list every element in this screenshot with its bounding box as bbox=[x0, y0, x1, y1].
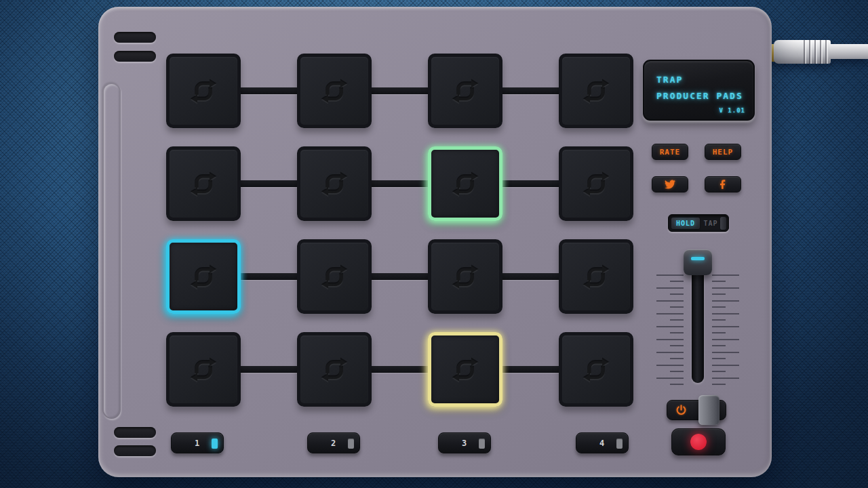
device-body: TRAP PRODUCER PADS V 1.01 RATE HELP HOLD… bbox=[98, 7, 772, 477]
cable-plug-body bbox=[774, 40, 831, 64]
fader-knob[interactable] bbox=[684, 249, 712, 275]
fader-ticks-left-long bbox=[656, 263, 684, 388]
lcd-title-line1: TRAP bbox=[656, 75, 683, 85]
bank-label: 4 bbox=[599, 439, 605, 448]
pad-connector bbox=[239, 273, 298, 280]
pad-connector bbox=[239, 87, 298, 94]
hold-tap-toggle[interactable]: HOLD TAP bbox=[668, 214, 729, 232]
pad-r1-c3[interactable] bbox=[428, 54, 502, 128]
pad-r3-c2[interactable] bbox=[297, 239, 372, 314]
bank-button-4[interactable]: 4 bbox=[576, 432, 629, 453]
pad-connector bbox=[239, 180, 298, 187]
pad-r1-c1[interactable] bbox=[166, 54, 241, 128]
power-switch bbox=[667, 391, 734, 428]
rate-button[interactable]: RATE bbox=[652, 144, 688, 160]
vent-bar bbox=[114, 427, 156, 438]
fader-track[interactable] bbox=[692, 259, 704, 383]
left-groove bbox=[102, 83, 121, 419]
lcd-title-line2: PRODUCER PADS bbox=[656, 91, 743, 101]
power-switch-knob[interactable] bbox=[698, 395, 719, 425]
pad-r1-c2[interactable] bbox=[297, 54, 372, 128]
pad-connector bbox=[370, 366, 429, 373]
pad-connector bbox=[500, 180, 560, 187]
pad-connector bbox=[500, 87, 560, 94]
pad-connector bbox=[370, 180, 429, 187]
loop-logo-icon bbox=[316, 165, 353, 202]
cable-plug-ridges bbox=[804, 40, 829, 64]
pad-r1-c4[interactable] bbox=[559, 54, 633, 128]
volume-fader bbox=[656, 248, 739, 393]
power-icon bbox=[675, 404, 688, 417]
tap-segment[interactable]: TAP bbox=[701, 218, 720, 229]
pad-r2-c2[interactable] bbox=[297, 146, 372, 221]
vent-bar bbox=[114, 51, 156, 62]
facebook-button[interactable] bbox=[705, 176, 741, 192]
bank-led bbox=[212, 439, 218, 449]
bank-led bbox=[348, 439, 354, 449]
pad-connector bbox=[500, 366, 560, 373]
record-dot-icon bbox=[690, 434, 707, 450]
loop-logo-icon bbox=[185, 73, 222, 109]
loop-logo-icon bbox=[578, 165, 614, 202]
pad-r3-c1[interactable] bbox=[166, 239, 241, 314]
twitter-icon bbox=[665, 179, 675, 190]
pad-connector bbox=[370, 87, 429, 94]
loop-logo-icon bbox=[185, 165, 222, 202]
fader-ticks-right-short bbox=[712, 269, 726, 388]
help-button[interactable]: HELP bbox=[705, 144, 741, 160]
twitter-button[interactable] bbox=[652, 176, 688, 192]
loop-logo-icon bbox=[185, 351, 222, 388]
loop-logo-icon bbox=[447, 165, 484, 202]
loop-logo-icon bbox=[185, 258, 222, 295]
pad-r4-c3[interactable] bbox=[428, 332, 502, 407]
hold-segment[interactable]: HOLD bbox=[671, 218, 700, 229]
fader-ticks-left-short bbox=[670, 269, 684, 388]
loop-logo-icon bbox=[578, 351, 614, 388]
loop-logo-icon bbox=[447, 351, 484, 388]
pad-grid bbox=[166, 54, 634, 407]
loop-logo-icon bbox=[578, 258, 614, 295]
loop-logo-icon bbox=[316, 258, 353, 295]
pad-r3-c4[interactable] bbox=[559, 239, 633, 314]
bank-label: 2 bbox=[331, 439, 336, 448]
pad-r4-c4[interactable] bbox=[559, 332, 633, 407]
record-button[interactable] bbox=[671, 428, 726, 455]
app-stage: TRAP PRODUCER PADS V 1.01 RATE HELP HOLD… bbox=[0, 0, 868, 488]
bank-label: 1 bbox=[195, 439, 200, 448]
bank-button-3[interactable]: 3 bbox=[438, 432, 491, 453]
bank-button-2[interactable]: 2 bbox=[307, 432, 360, 453]
pad-r2-c3[interactable] bbox=[428, 146, 502, 221]
pad-r4-c2[interactable] bbox=[297, 332, 372, 407]
loop-logo-icon bbox=[578, 73, 614, 109]
pad-connector bbox=[500, 273, 560, 280]
lcd-display: TRAP PRODUCER PADS V 1.01 bbox=[643, 60, 755, 121]
pad-r3-c3[interactable] bbox=[428, 239, 502, 314]
pad-r2-c4[interactable] bbox=[559, 146, 633, 221]
bank-led bbox=[616, 439, 623, 449]
fader-ticks-right-long bbox=[712, 263, 739, 388]
pad-connector bbox=[370, 273, 429, 280]
loop-logo-icon bbox=[316, 73, 353, 109]
loop-logo-icon bbox=[447, 258, 484, 295]
vent-bar bbox=[114, 445, 156, 456]
pad-r4-c1[interactable] bbox=[166, 332, 241, 407]
vent-bar bbox=[114, 32, 156, 43]
cable-wire bbox=[829, 44, 868, 59]
bank-button-1[interactable]: 1 bbox=[171, 432, 224, 453]
lcd-version: V 1.01 bbox=[719, 107, 745, 114]
loop-logo-icon bbox=[316, 351, 353, 388]
loop-logo-icon bbox=[447, 73, 484, 109]
fader-knob-indicator bbox=[691, 257, 705, 260]
toggle-switch-strip bbox=[720, 217, 726, 230]
pad-r2-c1[interactable] bbox=[166, 146, 241, 221]
bank-label: 3 bbox=[462, 439, 467, 448]
facebook-icon bbox=[717, 179, 728, 190]
pad-connector bbox=[239, 366, 298, 373]
bank-led bbox=[479, 439, 485, 449]
